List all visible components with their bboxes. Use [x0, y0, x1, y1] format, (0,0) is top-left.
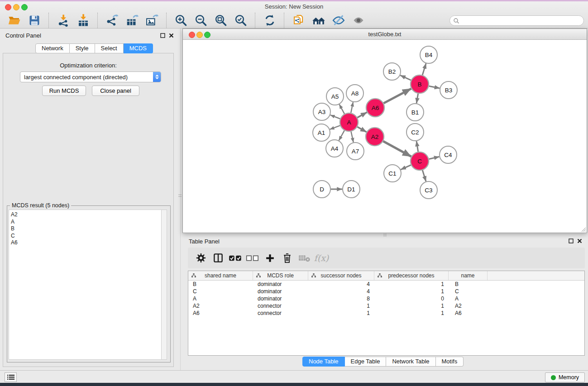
- cell-name[interactable]: A6: [449, 310, 488, 317]
- apply-layout-icon[interactable]: [311, 12, 327, 29]
- close-panel-icon[interactable]: [168, 33, 174, 38]
- task-history-icon[interactable]: [5, 372, 17, 382]
- cell-MCDS-role[interactable]: connector: [253, 302, 308, 310]
- save-session-icon[interactable]: [26, 12, 43, 29]
- cell-name[interactable]: A: [449, 295, 488, 302]
- table-row[interactable]: A2connector11A2: [188, 302, 584, 310]
- float-panel-icon[interactable]: [568, 238, 574, 244]
- tab-network-table[interactable]: Network Table: [386, 357, 435, 367]
- import-network-icon[interactable]: [55, 12, 72, 29]
- cell-MCDS-role[interactable]: connector: [253, 310, 308, 317]
- cell-successor-nodes[interactable]: 8: [308, 295, 374, 302]
- graph-edge-A-A6[interactable]: [357, 112, 367, 118]
- column-header-predecessor-nodes[interactable]: predecessor nodes: [374, 271, 449, 280]
- graph-edge-C-C1[interactable]: [401, 165, 411, 170]
- mcds-result-item[interactable]: A: [9, 219, 161, 226]
- refresh-view-icon[interactable]: [262, 12, 278, 29]
- zoom-fit-icon[interactable]: [213, 12, 229, 29]
- splitter-grip[interactable]: [178, 196, 182, 197]
- window-resize-grip[interactable]: [580, 226, 586, 232]
- show-graphics-icon[interactable]: [350, 12, 367, 29]
- cell-shared-name[interactable]: A: [188, 295, 253, 302]
- cell-predecessor-nodes[interactable]: 1: [374, 281, 449, 288]
- mcds-result-item[interactable]: B: [9, 225, 161, 233]
- mcds-result-item[interactable]: A6: [9, 239, 161, 247]
- duplicate-network-icon[interactable]: [291, 12, 307, 29]
- table-row[interactable]: Adominator80A: [188, 295, 584, 302]
- cell-predecessor-nodes[interactable]: 1: [374, 302, 449, 310]
- graph-edge-C-C3[interactable]: [422, 170, 426, 181]
- cell-successor-nodes[interactable]: 1: [308, 310, 374, 317]
- graph-edge-A-A8[interactable]: [351, 102, 353, 113]
- graph-edge-A-A2[interactable]: [357, 127, 366, 132]
- add-row-icon[interactable]: [261, 249, 278, 267]
- zoom-selected-icon[interactable]: [233, 12, 249, 29]
- table-row[interactable]: Cdominator41C: [188, 288, 584, 295]
- table-row[interactable]: A6connector11A6: [188, 310, 584, 317]
- run-mcds-button[interactable]: Run MCDS: [42, 86, 86, 96]
- open-session-icon[interactable]: [6, 12, 23, 29]
- show-columns-icon[interactable]: [210, 249, 227, 267]
- graph-edge-B-B1[interactable]: [416, 94, 418, 104]
- cell-name[interactable]: A2: [449, 302, 488, 310]
- mcds-result-item[interactable]: A2: [9, 211, 161, 219]
- select-all-icon[interactable]: [227, 249, 244, 267]
- zoom-out-icon[interactable]: [193, 12, 209, 29]
- graph-edge-A-A5[interactable]: [339, 105, 344, 114]
- hide-graphics-icon[interactable]: [330, 12, 347, 29]
- column-header-successor-nodes[interactable]: successor nodes: [308, 271, 374, 280]
- cell-successor-nodes[interactable]: 4: [308, 288, 374, 295]
- mcds-result-item[interactable]: C: [9, 233, 161, 240]
- network-graph-canvas[interactable]: B4B2BB3A8A5A6A3B1AA1C2A2A4A7C4CC1DD1C3: [183, 40, 587, 233]
- network-window-titlebar[interactable]: testGlobe.txt: [183, 29, 587, 40]
- graph-edge-A-A4[interactable]: [339, 130, 344, 140]
- column-header-MCDS-role[interactable]: MCDS role: [253, 271, 308, 280]
- graph-edge-B-B4[interactable]: [422, 63, 426, 75]
- cell-shared-name[interactable]: A2: [188, 302, 253, 310]
- cell-MCDS-role[interactable]: dominator: [253, 288, 308, 295]
- export-network-icon[interactable]: [104, 12, 120, 29]
- table-settings-icon[interactable]: [192, 249, 210, 267]
- criterion-dropdown[interactable]: largest connected component (directed): [20, 71, 161, 82]
- cell-name[interactable]: B: [449, 281, 488, 288]
- splitter-grip[interactable]: [178, 195, 182, 195]
- cell-predecessor-nodes[interactable]: 1: [374, 288, 449, 295]
- cell-successor-nodes[interactable]: 4: [308, 281, 374, 288]
- float-panel-icon[interactable]: [160, 33, 166, 38]
- cell-predecessor-nodes[interactable]: 1: [374, 310, 449, 317]
- tab-network[interactable]: Network: [35, 43, 70, 53]
- graph-edge-A-A3[interactable]: [330, 115, 340, 119]
- graph-edge-B-B3[interactable]: [429, 86, 440, 88]
- search-input[interactable]: [459, 17, 583, 24]
- graph-edge-A2-C[interactable]: [383, 141, 411, 157]
- export-image-icon[interactable]: [144, 12, 160, 29]
- table-row[interactable]: Bdominator41B: [188, 281, 584, 288]
- memory-button[interactable]: Memory: [545, 372, 585, 382]
- tab-edge-table[interactable]: Edge Table: [345, 357, 387, 367]
- deselect-all-icon[interactable]: [244, 249, 261, 267]
- import-table-icon[interactable]: [75, 12, 91, 29]
- cell-name[interactable]: C: [449, 288, 488, 295]
- delete-row-icon[interactable]: [278, 249, 296, 267]
- cell-shared-name[interactable]: A6: [188, 310, 253, 317]
- graph-edge-B-B2[interactable]: [400, 75, 411, 80]
- graph-edge-A6-B[interactable]: [384, 89, 411, 103]
- column-header-shared-name[interactable]: shared name: [188, 271, 253, 280]
- cell-successor-nodes[interactable]: 1: [308, 302, 374, 310]
- tab-node-table[interactable]: Node Table: [302, 357, 345, 367]
- close-panel-button[interactable]: Close panel: [92, 86, 139, 96]
- close-panel-icon[interactable]: [577, 238, 583, 244]
- graph-edge-A-A1[interactable]: [330, 125, 340, 129]
- search-box[interactable]: [449, 15, 584, 26]
- graph-edge-C-C2[interactable]: [416, 141, 418, 152]
- tab-style[interactable]: Style: [70, 43, 95, 53]
- zoom-in-icon[interactable]: [173, 12, 189, 29]
- tab-select[interactable]: Select: [95, 43, 124, 53]
- cell-shared-name[interactable]: B: [188, 281, 253, 288]
- graph-edge-C-C4[interactable]: [429, 157, 439, 159]
- cell-shared-name[interactable]: C: [188, 288, 253, 295]
- cell-MCDS-role[interactable]: dominator: [253, 295, 308, 302]
- graph-edge-A-A7[interactable]: [351, 132, 353, 143]
- cell-predecessor-nodes[interactable]: 0: [374, 295, 449, 302]
- cell-MCDS-role[interactable]: dominator: [253, 281, 308, 288]
